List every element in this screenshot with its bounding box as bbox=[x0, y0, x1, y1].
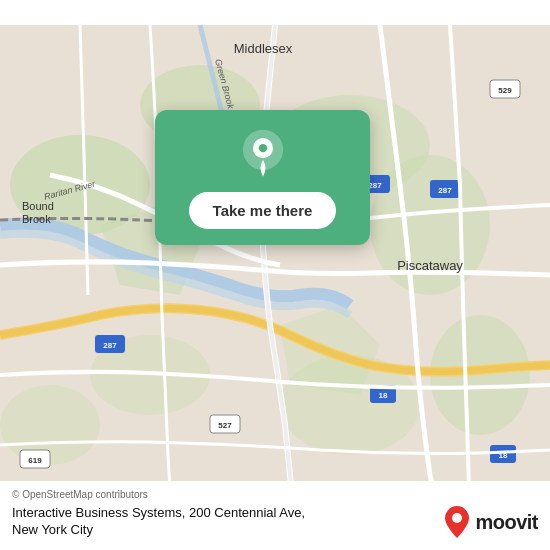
location-pin-icon bbox=[237, 128, 289, 180]
svg-text:Middlesex: Middlesex bbox=[234, 41, 293, 56]
svg-text:Piscataway: Piscataway bbox=[397, 258, 463, 273]
svg-text:527: 527 bbox=[218, 421, 232, 430]
bottom-info-bar: © OpenStreetMap contributors Interactive… bbox=[0, 481, 550, 550]
location-label: Interactive Business Systems, 200 Centen… bbox=[12, 505, 305, 539]
navigation-card: Take me there bbox=[155, 110, 370, 245]
svg-text:287: 287 bbox=[103, 341, 117, 350]
svg-text:18: 18 bbox=[379, 391, 388, 400]
take-me-there-button[interactable]: Take me there bbox=[189, 192, 337, 229]
map-attribution: © OpenStreetMap contributors bbox=[12, 489, 538, 500]
svg-text:529: 529 bbox=[498, 86, 512, 95]
moovit-pin-icon bbox=[443, 504, 471, 540]
map-container: 287 287 287 18 18 529 527 619 bbox=[0, 0, 550, 550]
svg-text:Brook: Brook bbox=[22, 213, 51, 225]
map-background: 287 287 287 18 18 529 527 619 bbox=[0, 0, 550, 550]
svg-text:287: 287 bbox=[368, 181, 382, 190]
moovit-brand-name: moovit bbox=[475, 511, 538, 534]
svg-text:Bound: Bound bbox=[22, 200, 54, 212]
svg-text:619: 619 bbox=[28, 456, 42, 465]
svg-text:287: 287 bbox=[438, 186, 452, 195]
svg-point-36 bbox=[452, 513, 462, 523]
moovit-logo: moovit bbox=[443, 504, 538, 540]
svg-point-35 bbox=[258, 144, 266, 152]
